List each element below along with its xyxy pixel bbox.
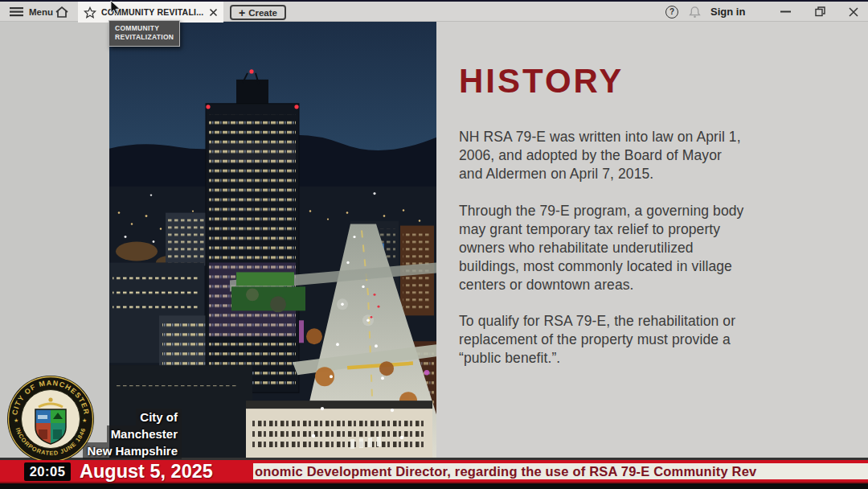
slide-photo-night-city (109, 22, 436, 458)
home-icon (55, 6, 69, 18)
bell-icon (689, 6, 701, 18)
home-button[interactable] (55, 2, 69, 22)
hamburger-icon (10, 6, 23, 17)
seal-star-right-icon: ★ (82, 417, 87, 423)
manchester-city-seal: CITY OF MANCHESTER INCORPORATED JUNE 184… (6, 375, 95, 463)
seal-star-left-icon: ★ (14, 417, 18, 423)
slide-paragraph-2: Through the 79-E program, a governing bo… (459, 202, 744, 295)
news-ticker-bar: 20:05 August 5, 2025 onomic Development … (0, 460, 868, 483)
window-restore-button[interactable] (809, 2, 831, 22)
city-label-line-2: Manchester (107, 425, 182, 442)
create-button[interactable]: + Create (230, 5, 286, 20)
bottom-black-strip (0, 483, 868, 489)
close-icon (849, 7, 858, 17)
slide-paragraph-3: To qualify for RSA 79-E, the rehabilitat… (459, 312, 744, 368)
city-label-line-3: New Hampshire (83, 442, 182, 459)
notifications-button[interactable] (686, 2, 702, 22)
help-button[interactable]: ? (664, 2, 680, 22)
favorite-star-icon[interactable] (84, 6, 96, 18)
ticker-text: onomic Development Director, regarding t… (253, 464, 756, 479)
ticker-strip: onomic Development Director, regarding t… (253, 463, 868, 479)
tooltip-line-2: REVITALIZATION (115, 33, 174, 42)
plus-icon: + (239, 6, 245, 19)
minimize-icon (780, 10, 791, 13)
help-icon: ? (665, 6, 678, 18)
create-label: Create (248, 8, 277, 18)
tab-tooltip: COMMUNITY REVITALIZATION (108, 20, 180, 47)
window-minimize-button[interactable] (774, 2, 796, 22)
restore-icon (815, 6, 825, 17)
sign-in-button[interactable]: Sign in (710, 2, 745, 22)
window-close-button[interactable] (842, 2, 865, 22)
presentation-slide: HISTORY NH RSA 79-E was written into law… (0, 22, 868, 458)
tooltip-line-1: COMMUNITY (115, 24, 174, 33)
menu-button[interactable]: Menu (10, 2, 53, 22)
mouse-cursor (110, 1, 121, 16)
menu-label: Menu (29, 7, 53, 17)
city-label-line-1: City of (136, 409, 182, 425)
slide-paragraph-1: NH RSA 79-E was written into law on Apri… (459, 128, 744, 184)
screen: Menu COMMUNITY REVITALI... + Create ? (0, 0, 868, 489)
tab-close-icon[interactable] (209, 8, 218, 17)
browser-toolbar: Menu COMMUNITY REVITALI... + Create ? (0, 0, 868, 22)
clock-badge: 20:05 (24, 462, 71, 481)
date-label: August 5, 2025 (80, 460, 213, 482)
slide-text-panel: HISTORY NH RSA 79-E was written into law… (436, 22, 868, 458)
slide-title: HISTORY (459, 64, 868, 99)
sign-in-label: Sign in (710, 6, 745, 18)
